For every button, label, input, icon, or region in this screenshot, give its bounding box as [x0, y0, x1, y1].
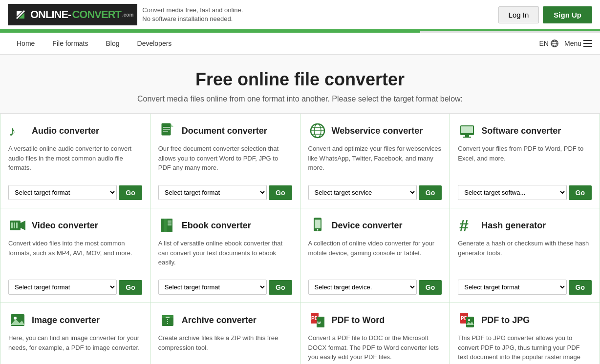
svg-point-44 [14, 317, 17, 320]
icon-image [8, 311, 27, 329]
icon-pdf2jpg: PDF [458, 311, 476, 329]
go-button-audio[interactable]: Go [119, 185, 142, 200]
card-action-software: Select target softwa...WordExcel Go [458, 185, 592, 200]
svg-rect-48 [166, 317, 170, 318]
logo-text-convert: CONVERT [72, 8, 121, 21]
svg-rect-10 [583, 43, 592, 44]
logo-area: ONLINE-CONVERT.com Convert media free, f… [8, 4, 243, 25]
card-title-video: Video converter [32, 221, 98, 231]
nav-blog[interactable]: Blog [97, 33, 128, 54]
nav-developers[interactable]: Developers [129, 33, 181, 54]
go-button-software[interactable]: Go [569, 185, 592, 200]
nav-right: EN Menu [539, 40, 592, 47]
svg-text:♪: ♪ [9, 123, 16, 139]
card-desc-video: Convert video files into the most common… [8, 239, 142, 273]
login-button[interactable]: Log In [498, 6, 539, 23]
card-title-image: Image converter [32, 315, 100, 325]
tagline-line1: Convert media free, fast and online. [142, 6, 243, 15]
hero: Free online file converter Convert media… [0, 55, 600, 114]
hamburger-icon [583, 40, 592, 47]
select-audio[interactable]: Select target formatMP3WAVOGGFLACAAC [8, 185, 117, 200]
card-pdf2jpg: PDF PDF to JPG This PDF to JPG converter… [450, 303, 600, 364]
card-header-software: Software converter [458, 121, 592, 140]
select-ebook[interactable]: Select target formatEPUBMOBIAZW3 [158, 280, 267, 295]
card-image: Image converter Here, you can find an im… [0, 303, 150, 364]
card-header-audio: ♪ Audio converter [8, 121, 142, 140]
card-title-hash: Hash generator [481, 221, 546, 231]
nav-file-formats[interactable]: File formats [43, 33, 97, 54]
go-button-device[interactable]: Go [419, 280, 442, 295]
card-desc-hash: Generate a hash or checksum with these h… [458, 239, 592, 273]
card-header-image: Image converter [8, 311, 142, 329]
card-header-video: Video converter [8, 216, 142, 235]
svg-rect-9 [583, 40, 592, 41]
logo-text-online: ONLINE- [30, 8, 71, 21]
logo-box: ONLINE-CONVERT.com [8, 4, 137, 25]
card-document: Document converter Our free document con… [150, 114, 300, 208]
icon-document [158, 121, 177, 140]
card-header-pdf2jpg: PDF PDF to JPG [458, 311, 592, 329]
card-title-ebook: Ebook converter [182, 221, 251, 231]
card-webservice: Webservice converter Convert and optimiz… [300, 114, 450, 208]
svg-rect-18 [163, 131, 168, 132]
icon-webservice [308, 121, 327, 140]
card-action-document: Select target formatPDFDOCDOCXODTRTF Go [158, 185, 292, 200]
icon-ebook [158, 216, 177, 235]
svg-rect-30 [11, 222, 13, 228]
header-right: Log In Sign Up [498, 6, 592, 23]
svg-point-57 [468, 319, 470, 321]
go-button-webservice[interactable]: Go [419, 185, 442, 200]
logo-icon [12, 6, 29, 23]
icon-hash: # [458, 216, 476, 235]
card-title-device: Device converter [332, 221, 403, 231]
icon-video [8, 216, 27, 235]
card-archive: Archive converter Create archive files l… [150, 303, 300, 364]
icon-pdf2word: PDFW [308, 311, 327, 329]
card-action-webservice: Select target serviceWhatsAppTwitterFace… [308, 185, 442, 200]
svg-rect-27 [463, 137, 471, 138]
svg-marker-29 [21, 221, 25, 230]
icon-audio: ♪ [8, 121, 27, 140]
icon-software [458, 121, 476, 140]
go-button-ebook[interactable]: Go [269, 280, 292, 295]
go-button-document[interactable]: Go [269, 185, 292, 200]
go-button-hash[interactable]: Go [569, 280, 592, 295]
select-hash[interactable]: Select target formatMD5SHA1SHA256 [458, 280, 566, 295]
select-video[interactable]: Select target formatMP4AVIMOVMKV [8, 280, 117, 295]
card-video: Video converter Convert video files into… [0, 208, 150, 303]
card-title-software: Software converter [481, 126, 561, 136]
card-action-ebook: Select target formatEPUBMOBIAZW3 Go [158, 280, 292, 295]
svg-rect-38 [168, 224, 171, 225]
card-desc-software: Convert your files from PDF to Word, PDF… [458, 144, 592, 178]
icon-device [308, 216, 327, 235]
nav-home[interactable]: Home [8, 33, 43, 54]
svg-rect-40 [315, 220, 321, 228]
go-button-video[interactable]: Go [119, 280, 142, 295]
logo-com: .com [122, 12, 133, 18]
nav-menu[interactable]: Menu [564, 40, 592, 47]
icon-archive [158, 311, 177, 329]
svg-text:#: # [459, 217, 469, 234]
signup-button[interactable]: Sign Up [543, 6, 592, 23]
card-header-archive: Archive converter [158, 311, 292, 329]
card-audio: ♪ Audio converter A versatile online aud… [0, 114, 150, 208]
select-device[interactable]: Select target device.iPhoneAndroidiPad [308, 280, 417, 295]
card-header-pdf2word: PDFW PDF to Word [308, 311, 442, 329]
card-hash: # Hash generator Generate a hash or chec… [450, 208, 600, 303]
nav-lang-label: EN [539, 40, 549, 47]
nav-language[interactable]: EN [539, 40, 558, 47]
svg-rect-36 [168, 221, 171, 222]
hero-subtitle: Convert media files online from one form… [10, 95, 590, 103]
select-document[interactable]: Select target formatPDFDOCDOCXODTRTF [158, 185, 267, 200]
card-header-device: Device converter [308, 216, 442, 235]
select-software[interactable]: Select target softwa...WordExcel [458, 185, 566, 200]
card-software: Software converter Convert your files fr… [450, 114, 600, 208]
globe-icon [551, 40, 558, 47]
select-webservice[interactable]: Select target serviceWhatsAppTwitterFace… [308, 185, 417, 200]
card-title-pdf2word: PDF to Word [332, 315, 385, 325]
svg-rect-16 [163, 127, 170, 128]
card-header-hash: # Hash generator [458, 216, 592, 235]
card-desc-audio: A versatile online audio converter to co… [8, 144, 142, 178]
card-header-webservice: Webservice converter [308, 121, 442, 140]
card-title-webservice: Webservice converter [332, 126, 423, 136]
